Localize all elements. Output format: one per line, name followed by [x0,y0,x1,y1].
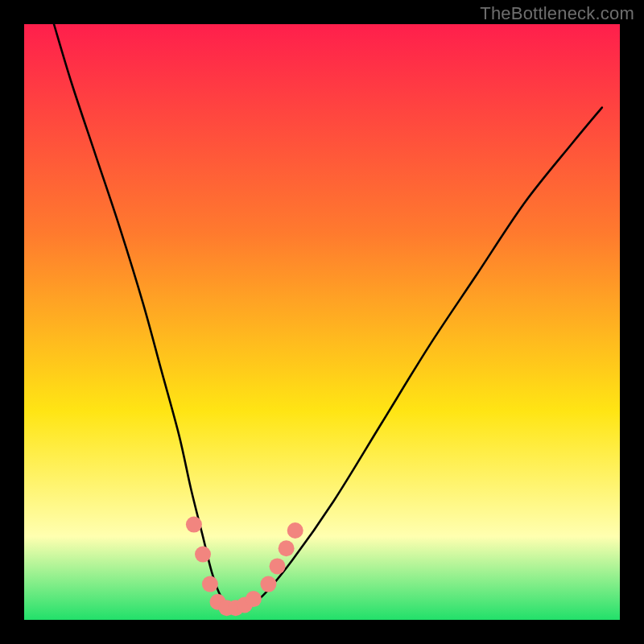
marker-dot [202,576,218,592]
marker-dot [260,576,276,592]
marker-dot [195,547,211,563]
bottleneck-chart [0,0,644,644]
marker-dot [270,558,286,574]
marker-dot [246,591,262,607]
marker-dot [279,540,295,556]
watermark-text: TheBottleneck.com [480,3,634,24]
marker-dot [287,522,303,539]
marker-dot [186,517,202,533]
plot-background [24,24,620,620]
chart-container: TheBottleneck.com [0,0,644,644]
